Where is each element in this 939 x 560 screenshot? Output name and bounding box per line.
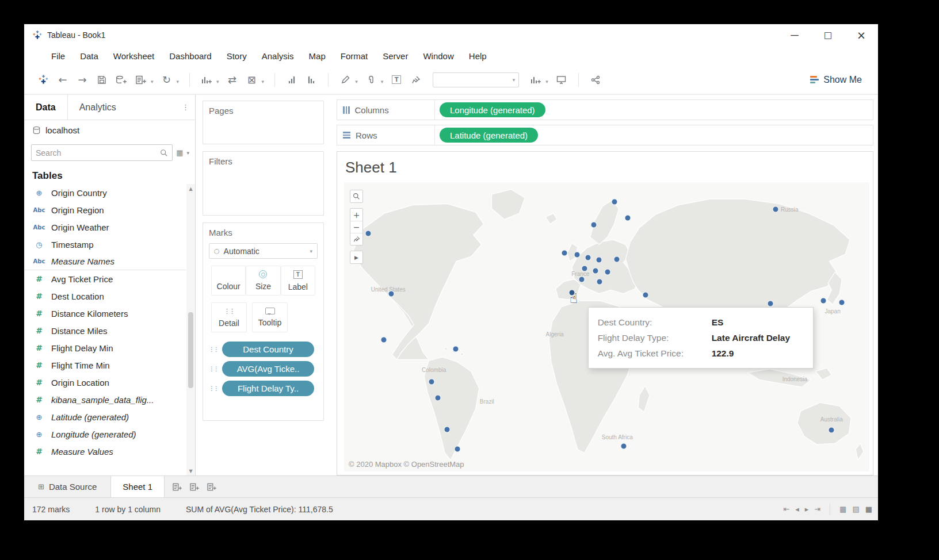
maximize-button[interactable]: □ bbox=[811, 24, 845, 46]
new-worksheet-icon[interactable] bbox=[132, 71, 150, 89]
map-mark[interactable] bbox=[605, 269, 611, 275]
scroll-up-icon[interactable]: ▲ bbox=[186, 184, 195, 193]
undo-button[interactable]: ← bbox=[54, 71, 71, 89]
marks-pill-avg-avg-ticke-[interactable]: AVG(Avg Ticke.. bbox=[222, 361, 314, 377]
map-mark[interactable] bbox=[428, 378, 434, 385]
new-dashboard-icon[interactable] bbox=[188, 480, 201, 494]
map-mark[interactable] bbox=[444, 427, 450, 433]
chevron-down-icon[interactable]: ▾ bbox=[151, 79, 154, 85]
map-expand-button[interactable]: ▶ bbox=[350, 251, 363, 264]
sort-ascending-icon[interactable] bbox=[283, 71, 300, 89]
tab-data[interactable]: Data bbox=[24, 95, 68, 120]
menu-dashboard[interactable]: Dashboard bbox=[162, 51, 219, 61]
presentation-mode-icon[interactable] bbox=[553, 71, 570, 89]
tab-data-source[interactable]: ⊞ Data Source bbox=[24, 476, 110, 497]
field-longitude-generated-[interactable]: ⊕Longitude (generated) bbox=[24, 425, 186, 443]
field-origin-region[interactable]: AbcOrigin Region bbox=[24, 201, 186, 218]
map-mark[interactable] bbox=[820, 298, 826, 304]
field-distance-miles[interactable]: #Distance Miles bbox=[24, 322, 186, 339]
new-worksheet-tab-icon[interactable] bbox=[170, 480, 184, 494]
columns-pill[interactable]: Longitude (generated) bbox=[440, 102, 545, 117]
map-mark[interactable] bbox=[773, 206, 779, 212]
tooltip-button[interactable]: Tooltip bbox=[252, 302, 288, 332]
menu-worksheet[interactable]: Worksheet bbox=[106, 51, 162, 61]
save-icon[interactable] bbox=[93, 71, 110, 89]
chevron-down-icon[interactable]: ▾ bbox=[355, 79, 358, 85]
field-avg-ticket-price[interactable]: #Avg Ticket Price bbox=[24, 270, 186, 287]
field-measure-values[interactable]: #Measure Values bbox=[24, 443, 186, 460]
map-mark[interactable] bbox=[596, 257, 602, 263]
show-me-button[interactable]: Show Me bbox=[804, 72, 868, 87]
field-measure-names[interactable]: AbcMeasure Names bbox=[24, 253, 186, 270]
map-mark[interactable] bbox=[838, 300, 845, 306]
field-origin-country[interactable]: ⊕Origin Country bbox=[24, 184, 186, 201]
map-mark[interactable] bbox=[613, 256, 620, 263]
map-mark[interactable] bbox=[620, 443, 627, 450]
share-icon[interactable] bbox=[587, 71, 604, 89]
rows-shelf[interactable]: Rows Latitude (generated) bbox=[337, 125, 873, 145]
field-timestamp[interactable]: ◷Timestamp bbox=[24, 236, 186, 253]
map-mark[interactable] bbox=[562, 250, 568, 256]
map-mark[interactable] bbox=[593, 267, 599, 274]
menu-server[interactable]: Server bbox=[375, 51, 415, 61]
menu-analysis[interactable]: Analysis bbox=[254, 51, 301, 61]
highlight-icon[interactable] bbox=[337, 71, 354, 89]
new-story-icon[interactable] bbox=[205, 480, 219, 494]
search-input[interactable] bbox=[36, 148, 160, 158]
scrollbar-thumb[interactable] bbox=[188, 312, 193, 388]
fit-dropdown[interactable]: ▾ bbox=[433, 72, 519, 87]
show-tabs-view-icon[interactable]: ▦ bbox=[839, 505, 846, 513]
close-button[interactable]: × bbox=[845, 24, 878, 46]
field-origin-weather[interactable]: AbcOrigin Weather bbox=[24, 218, 186, 236]
last-sheet-icon[interactable]: ⇥ bbox=[814, 505, 820, 513]
filters-card[interactable]: Filters bbox=[203, 151, 324, 216]
first-sheet-icon[interactable]: ⇤ bbox=[783, 505, 789, 513]
menu-file[interactable]: File bbox=[44, 51, 72, 61]
field-origin-location[interactable]: #Origin Location bbox=[24, 374, 186, 391]
menu-map[interactable]: Map bbox=[301, 51, 333, 61]
refresh-icon[interactable]: ↻ bbox=[158, 71, 175, 89]
view-options-icon[interactable]: ▦ bbox=[176, 148, 183, 157]
group-members-icon[interactable] bbox=[362, 71, 380, 89]
show-hide-cards-icon[interactable] bbox=[527, 71, 544, 89]
map-mark[interactable] bbox=[578, 276, 585, 282]
map-pin-button[interactable] bbox=[350, 233, 362, 245]
search-box[interactable] bbox=[31, 144, 173, 161]
chevron-down-icon[interactable]: ▾ bbox=[381, 79, 384, 85]
chevron-down-icon[interactable]: ▾ bbox=[216, 79, 219, 85]
map-mark[interactable] bbox=[388, 290, 395, 297]
detail-button[interactable]: ⋮⋮ Detail bbox=[211, 302, 247, 332]
swap-rows-columns-icon[interactable]: ⇄ bbox=[224, 71, 241, 89]
menu-story[interactable]: Story bbox=[219, 51, 254, 61]
next-sheet-icon[interactable]: ▸ bbox=[805, 505, 809, 513]
new-datasource-icon[interactable] bbox=[113, 71, 130, 89]
zoom-in-button[interactable]: + bbox=[350, 209, 362, 221]
map-mark[interactable] bbox=[612, 199, 618, 205]
field-flight-time-min[interactable]: #Flight Time Min bbox=[24, 356, 186, 374]
map-mark[interactable] bbox=[381, 337, 387, 343]
map-mark[interactable] bbox=[596, 279, 602, 285]
pane-options-icon[interactable]: ⋮ bbox=[182, 103, 195, 112]
chevron-down-icon[interactable]: ▾ bbox=[545, 79, 548, 85]
scroll-down-icon[interactable]: ▼ bbox=[186, 466, 195, 475]
duplicate-sheet-icon[interactable] bbox=[198, 71, 215, 89]
map-mark[interactable] bbox=[452, 346, 459, 352]
map-view[interactable]: United StatesColombiaBrazilAlgeriaFrance… bbox=[344, 182, 869, 471]
clear-sheet-icon[interactable]: ⊠ bbox=[243, 71, 261, 89]
fullscreen-view-icon[interactable]: ■ bbox=[865, 505, 872, 513]
marks-pill-dest-country[interactable]: Dest Country bbox=[222, 342, 314, 357]
map-mark[interactable] bbox=[574, 252, 581, 258]
map-mark[interactable] bbox=[434, 394, 441, 401]
minimize-button[interactable]: — bbox=[778, 24, 811, 46]
map-mark[interactable] bbox=[768, 301, 774, 307]
menu-data[interactable]: Data bbox=[72, 51, 106, 61]
connection-row[interactable]: localhost bbox=[24, 120, 195, 140]
tab-analytics[interactable]: Analytics bbox=[68, 95, 128, 120]
rows-pill[interactable]: Latitude (generated) bbox=[440, 128, 538, 143]
chevron-down-icon[interactable]: ▾ bbox=[177, 79, 180, 85]
zoom-out-button[interactable]: − bbox=[350, 221, 362, 233]
pages-card[interactable]: Pages bbox=[203, 101, 324, 144]
menu-window[interactable]: Window bbox=[415, 51, 461, 61]
map-mark[interactable] bbox=[455, 446, 461, 452]
map-mark[interactable] bbox=[582, 265, 588, 271]
